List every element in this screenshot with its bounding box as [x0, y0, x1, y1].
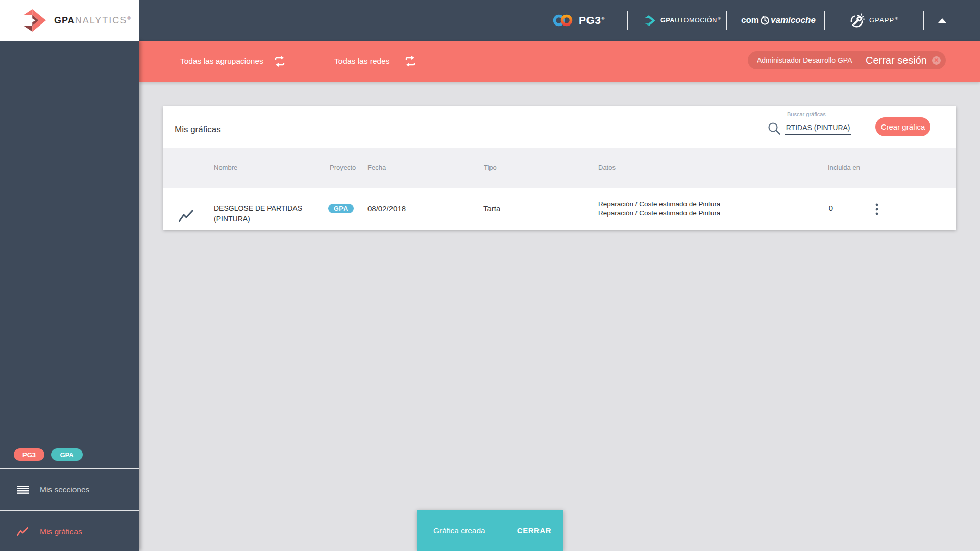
page-title: Mis gráficas [175, 124, 221, 135]
table-row[interactable]: DESGLOSE DE PARTIDAS (PINTURA) GPA 08/02… [163, 188, 956, 230]
column-header-proyecto: Proyecto [330, 164, 356, 171]
registered-mark: ® [602, 16, 605, 21]
brand-gpapp-label: GPAPP [869, 17, 895, 24]
sidebar-item-label: Mis gráficas [40, 527, 82, 536]
logo-nalytics: NALYTICS [75, 15, 128, 26]
data-source-line: Reparación / Coste estimado de Pintura [598, 199, 720, 209]
comprova-post: vamicoche [771, 15, 816, 26]
logout-label: Cerrar sesión [866, 55, 927, 66]
infinity-icon [552, 13, 574, 28]
topbar-divider [824, 11, 825, 30]
app-root: PG3® GPAUTOMOCIÓN® com vamicoche [0, 0, 980, 551]
top-app-bar: PG3® GPAUTOMOCIÓN® com vamicoche [0, 0, 980, 41]
create-chart-button[interactable]: Crear gráfica [875, 117, 930, 136]
included-in-count: 0 [826, 204, 836, 212]
filter-bar: Todas las agrupaciones Todas las redes A… [139, 41, 980, 82]
registered-mark: ® [895, 16, 899, 21]
registered-mark: ® [127, 16, 131, 21]
teal-arrow-icon [644, 15, 656, 26]
column-header-tipo: Tipo [484, 164, 497, 171]
search-input[interactable]: RTIDAS (PINTURA) [785, 121, 851, 135]
text-caret [851, 123, 852, 132]
project-badge: GPA [328, 204, 354, 213]
column-header-incluida-en: Incluida en [828, 164, 860, 171]
brand-gpapp[interactable]: GPAPP® [849, 0, 899, 41]
logo-wordmark: GPANALYTICS® [54, 15, 131, 26]
snackbar-message: Gráfica creada [433, 526, 485, 535]
data-source-line: Reparación / Coste estimado de Pintura [598, 209, 720, 218]
snackbar-close-button[interactable]: CERRAR [512, 522, 556, 539]
registered-mark: ® [718, 16, 721, 21]
chart-type: Tarta [483, 204, 500, 213]
line-chart-icon [179, 210, 193, 223]
table-header-row: Nombre Proyecto Fecha Tipo Datos Incluid… [163, 148, 956, 188]
pg3-badge: PG3 [14, 448, 44, 461]
line-chart-icon [17, 527, 29, 536]
current-user-label: Administrador Desarrollo GPA [757, 56, 852, 64]
gpanalytics-logo[interactable]: GPANALYTICS® [0, 0, 139, 41]
brand-pg3[interactable]: PG3® [552, 0, 605, 41]
logo-gpa: GPA [54, 15, 75, 26]
filter-groupings-label: Todas las agrupaciones [180, 41, 263, 82]
column-header-fecha: Fecha [368, 164, 386, 171]
wrench-circle-icon [849, 13, 865, 29]
brand-auto-bold: GPA [660, 17, 675, 24]
chart-date: 08/02/2018 [368, 204, 406, 213]
snackbar: Gráfica creada CERRAR [417, 510, 564, 551]
clock-icon [760, 16, 770, 26]
topbar-divider [627, 11, 628, 30]
sidebar: PG3 GPA Mis secciones Mis gráf [0, 41, 139, 551]
swap-icon[interactable] [273, 55, 286, 67]
comprova-pre: com [741, 15, 759, 26]
search-field-label: Buscar gráficas [787, 111, 826, 117]
my-charts-card: Mis gráficas Buscar gráficas RTIDAS (PIN… [163, 106, 956, 230]
sidebar-item-mis-graficas[interactable]: Mis gráficas [0, 511, 139, 551]
logout-button[interactable]: Cerrar sesión ✕ [866, 55, 941, 66]
topbar-divider [923, 11, 924, 30]
chart-name: DESGLOSE DE PARTIDAS (PINTURA) [214, 203, 303, 224]
filter-networks-label: Todas las redes [334, 41, 390, 82]
session-pill: Administrador Desarrollo GPA Cerrar sesi… [748, 51, 946, 69]
logout-x-icon: ✕ [932, 56, 941, 65]
brand-auto-rest: UTOMOCIÓN [675, 17, 717, 24]
sidebar-item-label: Mis secciones [40, 485, 89, 494]
sidebar-item-mis-secciones[interactable]: Mis secciones [0, 469, 139, 510]
brand-gpautomocion[interactable]: GPAUTOMOCIÓN® [644, 0, 721, 41]
menu-icon [17, 486, 29, 494]
search-input-value: RTIDAS (PINTURA) [786, 123, 850, 132]
gpa-arrow-icon [22, 9, 47, 32]
swap-icon[interactable] [404, 55, 417, 67]
row-menu-button[interactable] [873, 203, 881, 216]
sidebar-badges: PG3 GPA [14, 448, 83, 461]
brand-comprovamicoche[interactable]: com vamicoche [741, 0, 816, 41]
kebab-menu-icon [875, 203, 878, 215]
topbar-divider [726, 11, 727, 30]
search-icon[interactable] [767, 121, 781, 135]
chart-data-sources: Reparación / Coste estimado de Pintura R… [598, 199, 720, 217]
column-header-datos: Datos [598, 164, 616, 171]
column-header-nombre: Nombre [214, 164, 237, 171]
collapse-caret-icon[interactable] [938, 18, 946, 23]
gpa-badge: GPA [51, 448, 83, 461]
brand-pg3-label: PG3 [579, 14, 601, 27]
